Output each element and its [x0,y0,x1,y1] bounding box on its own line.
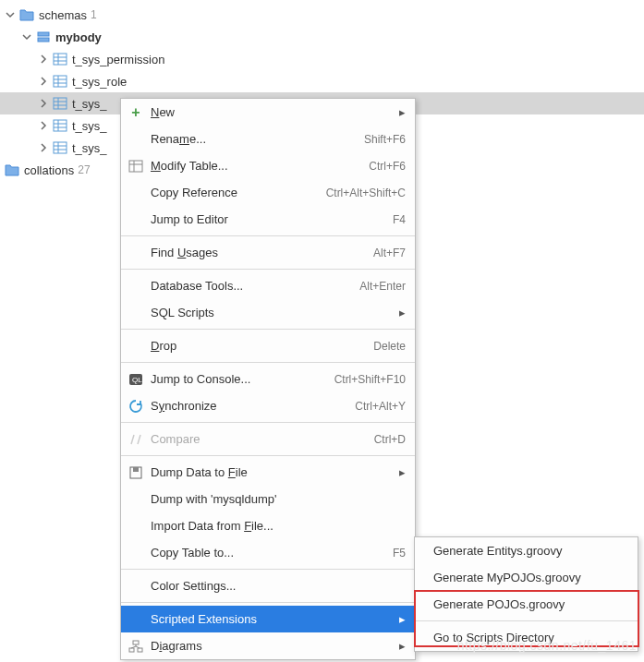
tree-label: t_sys_permission [72,53,164,66]
menu-scripted-extensions[interactable]: Scripted Extensions ▸ [121,606,415,632]
menu-label: Scripted Extensions [151,612,257,626]
chevron-right-icon[interactable] [37,119,50,132]
shortcut: Alt+Enter [359,280,406,293]
sync-icon [125,395,147,417]
menu-label: Go to Scripts Directory [433,631,554,644]
shortcut: Ctrl+Alt+Shift+C [326,187,406,199]
menu-diagrams[interactable]: Diagrams ▸ [121,632,415,659]
menu-jump-console[interactable]: QL Jump to Console... Ctrl+Shift+F10 [121,366,415,392]
menu-label: Database Tools... [151,279,243,293]
tree-node-schemas[interactable]: schemas 1 [0,4,644,26]
menu-drop[interactable]: Drop Delete [121,332,415,359]
chevron-right-icon: ▸ [399,465,406,479]
menu-new[interactable]: + New ▸ [121,99,415,126]
svg-text:QL: QL [132,376,142,384]
svg-rect-31 [138,648,142,652]
menu-label: Copy Table to... [151,546,234,560]
submenu-generate-entitys[interactable]: Generate Entitys.groovy [415,537,638,564]
tree-node-table[interactable]: t_sys_permission [0,48,644,70]
tree-label: t_sys_ [72,97,107,111]
blank-icon [125,542,147,564]
table-icon [52,139,68,156]
folder-icon [18,6,35,23]
chevron-right-icon: ▸ [399,105,406,119]
menu-find-usages[interactable]: Find Usages Alt+F7 [121,239,415,266]
svg-rect-6 [54,76,67,87]
menu-database-tools[interactable]: Database Tools... Alt+Enter [121,272,415,299]
svg-rect-18 [54,142,67,153]
menu-label: Generate Entitys.groovy [433,544,562,558]
menu-separator [121,362,415,363]
svg-rect-0 [38,32,49,36]
chevron-right-icon[interactable] [37,141,50,154]
menu-copy-table[interactable]: Copy Table to... F5 [121,539,415,566]
menu-dump-file[interactable]: Dump Data to File ▸ [121,459,415,486]
menu-import-file[interactable]: Import Data from File... [121,512,415,539]
console-icon: QL [125,368,147,391]
shortcut: Ctrl+Shift+F10 [334,373,406,386]
submenu-generate-pojos[interactable]: Generate POJOs.groovy [415,591,638,618]
menu-label: Generate POJOs.groovy [433,597,565,611]
menu-label: SQL Scripts [151,306,214,319]
tree-label: t_sys_ [72,119,107,133]
submenu-goto-scripts[interactable]: Go to Scripts Directory [415,624,638,651]
shortcut: F5 [393,547,406,560]
menu-copy-reference[interactable]: Copy Reference Ctrl+Alt+Shift+C [121,179,415,206]
menu-label: New [151,105,175,119]
menu-separator [121,235,415,236]
menu-dump-mysqldump[interactable]: Dump with 'mysqldump' [121,486,415,512]
folder-icon [4,162,20,178]
context-menu: + New ▸ Rename... Shift+F6 Modify Table.… [120,98,416,660]
menu-separator [121,422,415,423]
menu-label: Diagrams [151,639,202,653]
menu-color-settings[interactable]: Color Settings... [121,572,415,599]
blank-icon [125,182,147,204]
menu-label: Synchronize [151,399,217,413]
menu-synchronize[interactable]: Synchronize Ctrl+Alt+Y [121,392,415,419]
database-icon [35,29,52,45]
chevron-right-icon[interactable] [37,97,50,110]
blank-icon [125,242,147,264]
diagrams-icon [125,635,147,657]
table-icon [52,117,68,134]
menu-label: Jump to Editor [151,212,228,226]
plus-icon: + [125,102,147,124]
submenu-generate-mypojos[interactable]: Generate MyPOJOs.groovy [415,564,638,591]
menu-label: Drop [151,339,176,353]
svg-rect-10 [54,98,67,109]
blank-icon [125,608,147,631]
menu-jump-editor[interactable]: Jump to Editor F4 [121,206,415,233]
chevron-right-icon[interactable] [37,75,50,88]
shortcut: Ctrl+F6 [369,160,406,173]
menu-separator [121,269,415,270]
menu-label: Modify Table... [151,159,228,173]
save-icon [125,462,147,484]
menu-label: Rename... [151,132,206,146]
tree-label: schemas [39,8,87,22]
chevron-right-icon: ▸ [399,612,406,626]
menu-label: Find Usages [151,246,218,259]
svg-rect-1 [38,38,49,42]
tree-node-table[interactable]: t_sys_role [0,70,644,92]
menu-rename[interactable]: Rename... Shift+F6 [121,126,415,152]
svg-rect-2 [54,54,67,65]
shortcut: Shift+F6 [364,133,406,146]
table-icon [52,95,68,112]
svg-rect-29 [133,641,139,644]
blank-icon [125,575,147,597]
scripted-extensions-submenu: Generate Entitys.groovy Generate MyPOJOs… [414,536,638,652]
svg-rect-22 [129,161,142,172]
tree-label: t_sys_ [72,141,107,155]
tree-label: mybody [55,30,102,44]
blank-icon [125,275,147,297]
menu-label: Compare [151,432,200,446]
tree-label: t_sys_role [72,75,127,89]
chevron-down-icon[interactable] [4,8,17,21]
chevron-right-icon[interactable] [37,53,50,66]
menu-label: Dump with 'mysqldump' [151,492,276,506]
menu-modify-table[interactable]: Modify Table... Ctrl+F6 [121,152,415,179]
shortcut: Alt+F7 [373,247,406,259]
tree-node-database[interactable]: mybody [0,26,644,48]
menu-sql-scripts[interactable]: SQL Scripts ▸ [121,299,415,326]
chevron-down-icon[interactable] [20,30,33,43]
